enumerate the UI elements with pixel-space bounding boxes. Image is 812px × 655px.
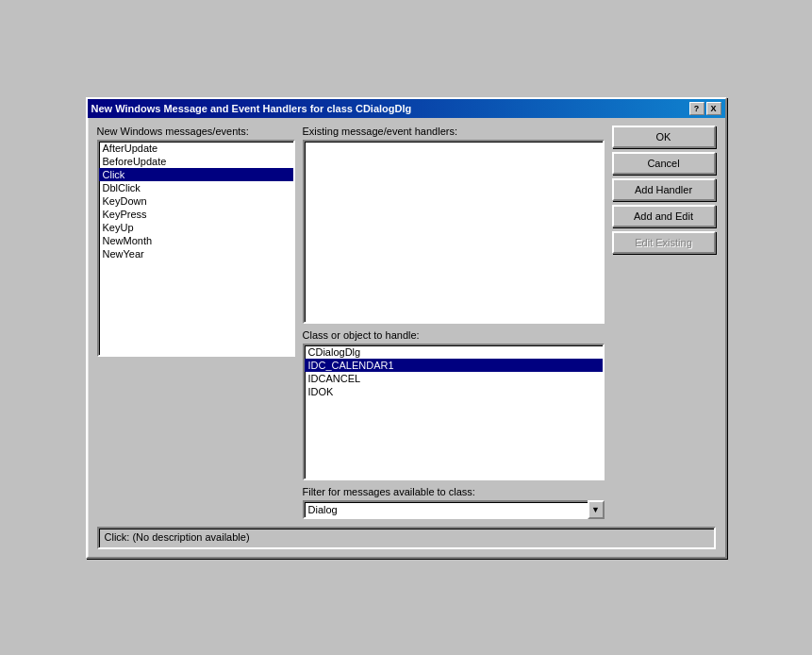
- messages-list-item[interactable]: BeforeUpdate: [99, 155, 293, 168]
- middle-section: Existing message/event handlers: Class o…: [303, 126, 605, 519]
- status-text: Click: (No description available): [105, 531, 250, 543]
- add-and-edit-button[interactable]: Add and Edit: [612, 205, 716, 227]
- handlers-listbox[interactable]: [303, 140, 605, 324]
- class-object-section: Class or object to handle: CDialogDlgIDC…: [303, 329, 605, 480]
- class-list-item[interactable]: IDOK: [305, 385, 603, 398]
- messages-list-item[interactable]: KeyDown: [99, 194, 293, 208]
- cancel-button[interactable]: Cancel: [612, 152, 716, 175]
- close-button[interactable]: X: [706, 102, 721, 115]
- messages-list-item[interactable]: KeyUp: [99, 221, 293, 234]
- add-handler-button[interactable]: Add Handler: [612, 178, 716, 201]
- messages-list-item[interactable]: Click: [99, 168, 293, 181]
- left-section: New Windows messages/events: AfterUpdate…: [97, 126, 295, 519]
- messages-list-item[interactable]: AfterUpdate: [99, 142, 293, 155]
- class-label: Class or object to handle:: [303, 329, 605, 341]
- dialog-content: New Windows messages/events: AfterUpdate…: [88, 118, 725, 557]
- handlers-label: Existing message/event handlers:: [303, 126, 605, 137]
- filter-label: Filter for messages available to class:: [303, 486, 605, 497]
- messages-list-item[interactable]: KeyPress: [99, 208, 293, 221]
- main-layout: New Windows messages/events: AfterUpdate…: [97, 126, 716, 519]
- class-list-item[interactable]: CDialogDlg: [305, 345, 603, 359]
- ok-button[interactable]: OK: [612, 126, 716, 148]
- class-listbox[interactable]: CDialogDlgIDC_CALENDAR1IDCANCELIDOK: [303, 344, 605, 480]
- dialog-window: New Windows Message and Event Handlers f…: [86, 97, 727, 559]
- messages-list-item[interactable]: DblClick: [99, 181, 293, 194]
- class-list-item[interactable]: IDC_CALENDAR1: [305, 359, 603, 372]
- title-bar-text: New Windows Message and Event Handlers f…: [91, 103, 412, 114]
- filter-dropdown[interactable]: Dialog: [303, 500, 605, 519]
- help-button[interactable]: ?: [689, 102, 704, 115]
- filter-section: Filter for messages available to class: …: [303, 486, 605, 519]
- class-list-item[interactable]: IDCANCEL: [305, 372, 603, 385]
- title-bar: New Windows Message and Event Handlers f…: [88, 99, 725, 118]
- messages-list-item[interactable]: NewMonth: [99, 234, 293, 247]
- edit-existing-button[interactable]: Edit Existing: [612, 231, 716, 254]
- status-bar: Click: (No description available): [97, 527, 716, 549]
- filter-dropdown-wrapper: Dialog ▼: [303, 500, 605, 519]
- messages-label: New Windows messages/events:: [97, 126, 295, 137]
- messages-list-item[interactable]: NewYear: [99, 247, 293, 260]
- right-section: OK Cancel Add Handler Add and Edit Edit …: [612, 126, 716, 519]
- messages-listbox[interactable]: AfterUpdateBeforeUpdateClickDblClickKeyD…: [97, 140, 295, 357]
- title-bar-buttons: ? X: [689, 102, 721, 115]
- dropdown-arrow-icon[interactable]: ▼: [588, 500, 605, 519]
